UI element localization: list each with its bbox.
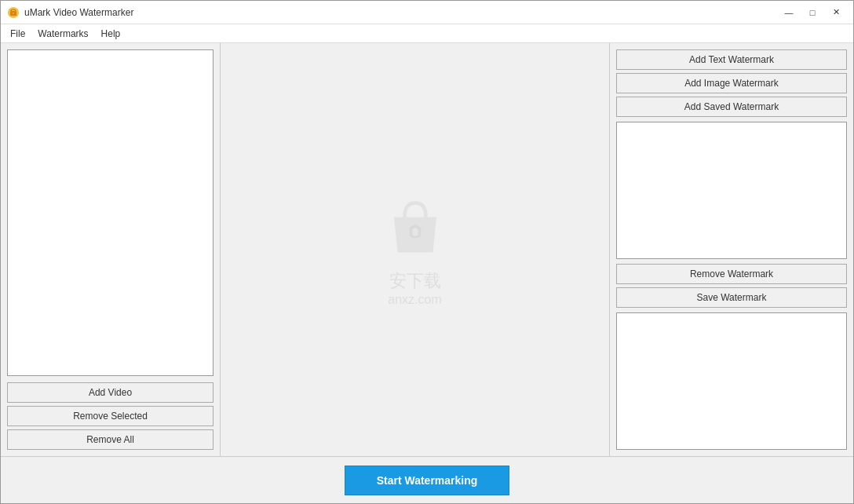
watermark-overlay: 安下载 anxz.com — [380, 192, 451, 307]
bottom-bar: Start Watermarking — [1, 456, 853, 503]
right-mid-buttons: Remove Watermark Save Watermark — [616, 264, 847, 308]
menu-bar: File Watermarks Help — [1, 24, 853, 43]
watermark-properties-panel — [616, 122, 847, 259]
watermark-icon — [380, 192, 451, 263]
add-image-watermark-button[interactable]: Add Image Watermark — [616, 73, 847, 93]
left-buttons: Add Video Remove Selected Remove All — [7, 382, 214, 450]
watermark-url: anxz.com — [388, 293, 441, 307]
center-panel: 安下载 anxz.com — [221, 43, 610, 456]
left-panel: Add Video Remove Selected Remove All — [1, 43, 221, 456]
title-bar-controls: — □ ✕ — [778, 4, 847, 21]
window-title: uMark Video Watermarker — [24, 7, 133, 18]
save-watermark-button[interactable]: Save Watermark — [616, 287, 847, 308]
app-icon — [7, 6, 20, 19]
app-window: uMark Video Watermarker — □ ✕ File Water… — [0, 0, 854, 504]
start-watermarking-button[interactable]: Start Watermarking — [345, 466, 510, 495]
add-saved-watermark-button[interactable]: Add Saved Watermark — [616, 97, 847, 117]
title-bar-left: uMark Video Watermarker — [7, 6, 133, 19]
add-text-watermark-button[interactable]: Add Text Watermark — [616, 49, 847, 70]
watermark-text: 安下载 — [389, 269, 441, 293]
minimize-button[interactable]: — — [778, 4, 800, 21]
close-button[interactable]: ✕ — [825, 4, 847, 21]
file-list[interactable] — [7, 49, 214, 376]
main-content: Add Video Remove Selected Remove All 安下载 — [1, 43, 853, 456]
remove-all-button[interactable]: Remove All — [7, 429, 214, 450]
remove-selected-button[interactable]: Remove Selected — [7, 406, 214, 426]
remove-watermark-button[interactable]: Remove Watermark — [616, 264, 847, 284]
add-video-button[interactable]: Add Video — [7, 382, 214, 403]
menu-watermarks[interactable]: Watermarks — [31, 24, 94, 42]
menu-help[interactable]: Help — [95, 24, 127, 42]
maximize-button[interactable]: □ — [801, 4, 823, 21]
right-panel: Add Text Watermark Add Image Watermark A… — [610, 43, 853, 456]
watermark-preview-panel — [616, 312, 847, 450]
right-top-buttons: Add Text Watermark Add Image Watermark A… — [616, 49, 847, 117]
menu-file[interactable]: File — [4, 24, 31, 42]
title-bar: uMark Video Watermarker — □ ✕ — [1, 1, 853, 24]
